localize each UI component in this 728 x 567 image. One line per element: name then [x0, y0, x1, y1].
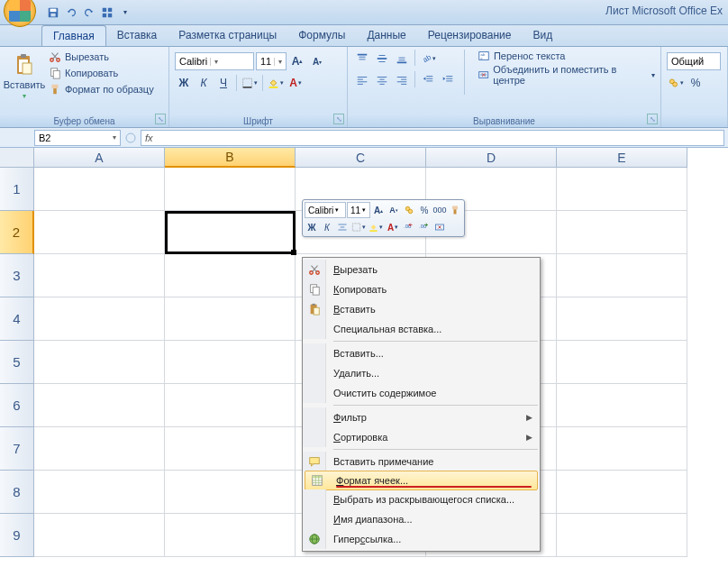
paste-button[interactable]: Вставить ▾ — [5, 50, 43, 124]
tab-review[interactable]: Рецензирование — [417, 25, 523, 46]
cm-delete[interactable]: Удалить... — [303, 363, 540, 383]
wrap-text-button[interactable]: abcПеренос текста — [478, 50, 655, 62]
tab-page-layout[interactable]: Разметка страницы — [168, 25, 287, 46]
alignment-dialog-launcher[interactable]: ⤡ — [647, 114, 658, 124]
mini-merge[interactable] — [432, 220, 447, 234]
cell[interactable] — [165, 341, 296, 384]
office-button[interactable] — [4, 0, 36, 27]
col-header-d[interactable]: D — [426, 148, 557, 168]
cell[interactable] — [165, 297, 296, 341]
save-icon[interactable] — [45, 5, 61, 21]
mini-fill-color[interactable] — [368, 220, 384, 234]
orientation-button[interactable]: ab — [419, 50, 437, 68]
tab-data[interactable]: Данные — [356, 25, 416, 46]
col-header-c[interactable]: C — [296, 148, 426, 168]
row-header-3[interactable]: 3 — [0, 254, 34, 297]
merge-center-button[interactable]: Объединить и поместить в центре▾ — [478, 64, 655, 86]
qat-more-icon[interactable] — [99, 5, 115, 21]
cell[interactable] — [165, 471, 296, 514]
undo-icon[interactable] — [63, 5, 79, 21]
cell[interactable] — [34, 384, 165, 427]
italic-button[interactable]: К — [195, 74, 213, 92]
tab-home[interactable]: Главная — [41, 25, 106, 46]
mini-size-combo[interactable]: 11▾ — [347, 202, 370, 218]
cell[interactable] — [34, 514, 165, 557]
bold-button[interactable]: Ж — [175, 74, 193, 92]
cell[interactable] — [165, 514, 296, 557]
align-left-button[interactable] — [353, 71, 371, 89]
copy-button[interactable]: Копировать — [47, 66, 156, 80]
mini-align-center[interactable] — [335, 220, 350, 234]
tab-insert[interactable]: Вставка — [106, 25, 168, 46]
font-dialog-launcher[interactable]: ⤡ — [333, 114, 344, 124]
align-middle-button[interactable] — [373, 50, 391, 68]
accounting-format-button[interactable] — [667, 74, 685, 92]
cm-clear[interactable]: Очистить содержимое — [303, 383, 540, 403]
mini-accounting[interactable] — [402, 203, 416, 217]
cm-format-cells[interactable]: Формат ячеек... — [305, 471, 538, 490]
cell[interactable] — [557, 471, 687, 514]
cell[interactable] — [165, 427, 296, 471]
decrease-indent-button[interactable] — [419, 71, 437, 89]
row-header-4[interactable]: 4 — [0, 297, 34, 341]
increase-indent-button[interactable] — [439, 71, 457, 89]
row-header-2[interactable]: 2 — [0, 211, 34, 254]
tab-formulas[interactable]: Формулы — [287, 25, 356, 46]
cell[interactable] — [34, 254, 165, 297]
cm-filter[interactable]: Фильтр▶ — [303, 407, 540, 427]
cell[interactable] — [34, 341, 165, 384]
cell[interactable] — [165, 168, 296, 211]
cm-insert-comment[interactable]: Вставить примечание — [303, 452, 540, 471]
cm-paste-special[interactable]: Специальная вставка... — [303, 319, 540, 339]
mini-border[interactable] — [350, 220, 367, 234]
cell[interactable] — [165, 384, 296, 427]
row-header-6[interactable]: 6 — [0, 384, 34, 427]
font-name-combo[interactable]: Calibri▾ — [175, 52, 254, 70]
mini-decrease-decimal[interactable]: .00 — [402, 220, 416, 234]
row-header-8[interactable]: 8 — [0, 471, 34, 514]
cell[interactable] — [557, 254, 687, 297]
cell[interactable] — [34, 297, 165, 341]
mini-increase-decimal[interactable]: .00 — [417, 220, 432, 234]
percent-button[interactable]: % — [687, 74, 705, 92]
align-top-button[interactable] — [353, 50, 371, 68]
mini-italic[interactable]: К — [320, 220, 334, 234]
cm-copy[interactable]: Копировать — [303, 279, 540, 299]
row-header-1[interactable]: 1 — [0, 168, 34, 211]
number-format-combo[interactable]: Общий — [667, 52, 721, 70]
cell[interactable] — [34, 427, 165, 471]
cell[interactable] — [557, 341, 687, 384]
underline-button[interactable]: Ч — [214, 74, 232, 92]
cm-cut[interactable]: Вырезать — [303, 260, 540, 279]
cell[interactable] — [557, 211, 687, 254]
mini-font-combo[interactable]: Calibri▾ — [305, 202, 346, 218]
col-header-e[interactable]: E — [557, 148, 687, 168]
cm-sort[interactable]: Сортировка▶ — [303, 427, 540, 447]
row-header-5[interactable]: 5 — [0, 341, 34, 384]
fx-expand-icon[interactable] — [125, 133, 136, 143]
cell[interactable] — [557, 514, 687, 557]
cell[interactable] — [557, 297, 687, 341]
cm-insert[interactable]: Вставить... — [303, 343, 540, 363]
formula-input[interactable]: fx — [141, 130, 724, 146]
mini-shrink-font[interactable]: A▾ — [387, 203, 401, 217]
cell[interactable] — [34, 168, 165, 211]
name-box[interactable]: B2▾ — [34, 130, 121, 146]
format-painter-button[interactable]: Формат по образцу — [47, 82, 156, 96]
align-bottom-button[interactable] — [393, 50, 411, 68]
shrink-font-button[interactable]: A▾ — [308, 52, 326, 70]
col-header-a[interactable]: A — [34, 148, 165, 168]
font-size-combo[interactable]: 11▾ — [256, 52, 287, 70]
mini-percent[interactable]: % — [417, 203, 432, 217]
row-header-7[interactable]: 7 — [0, 427, 34, 471]
align-center-button[interactable] — [373, 71, 391, 89]
select-all-corner[interactable] — [0, 148, 34, 168]
tab-view[interactable]: Вид — [522, 25, 563, 46]
cell[interactable] — [165, 254, 296, 297]
border-button[interactable] — [241, 74, 259, 92]
col-header-b[interactable]: B — [165, 148, 296, 168]
font-color-button[interactable]: A — [287, 74, 305, 92]
align-right-button[interactable] — [393, 71, 411, 89]
mini-format-painter[interactable] — [448, 203, 462, 217]
cm-hyperlink[interactable]: Гиперссылка... — [303, 529, 540, 549]
